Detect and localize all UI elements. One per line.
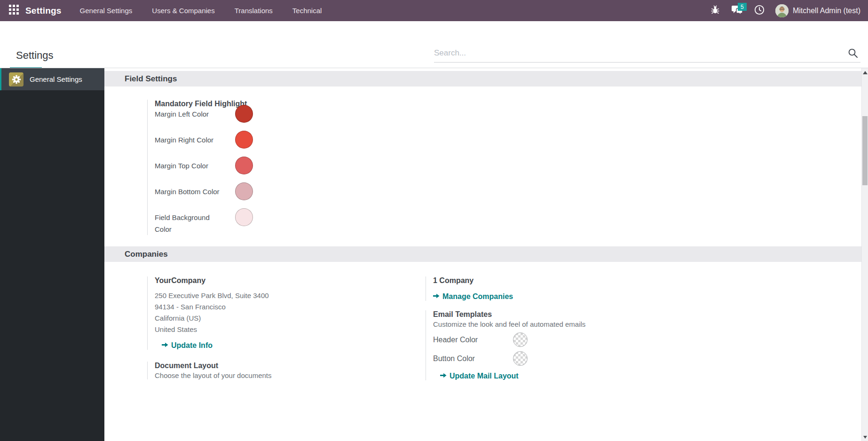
color-field-row: Margin Left Color [155, 108, 861, 123]
nav-item-translations[interactable]: Translations [225, 0, 283, 21]
header-color-label: Header Color [433, 336, 513, 344]
address-line: United States [155, 324, 426, 335]
address-line: California (US) [155, 313, 426, 324]
gear-icon [9, 72, 24, 87]
vertical-scrollbar[interactable] [861, 68, 868, 441]
color-field-row: Margin Right Color [155, 134, 861, 149]
apps-grid-icon [9, 5, 19, 16]
companies-container: YourCompany 250 Executive Park Blvd, Sui… [147, 276, 861, 380]
color-picker-swatch[interactable] [235, 131, 253, 149]
messages-button[interactable]: 5 [728, 0, 746, 21]
settings-sidebar: General Settings [0, 68, 104, 441]
scrollbar-thumb[interactable] [862, 116, 868, 185]
email-templates-heading: Email Templates [433, 310, 704, 319]
section-header-companies: Companies [104, 246, 861, 262]
color-picker-swatch[interactable] [235, 105, 253, 123]
color-field-label: Field Background Color [155, 212, 228, 235]
document-layout-block: Document Layout Choose the layout of you… [147, 362, 426, 379]
search-input[interactable] [434, 44, 844, 62]
mandatory-field-highlight-block: Mandatory Field Highlight Margin Left Co… [147, 100, 861, 235]
color-picker-swatch[interactable] [235, 157, 253, 174]
section-header-field-settings: Field Settings [104, 71, 861, 87]
field-settings-container: Mandatory Field Highlight Margin Left Co… [147, 100, 861, 235]
nav-item-technical[interactable]: Technical [283, 0, 332, 21]
block-heading: Mandatory Field Highlight [155, 100, 861, 108]
navbar-systray: 5 [706, 0, 862, 21]
arrow-right-icon [433, 292, 440, 301]
search-icon[interactable] [847, 47, 860, 60]
messages-count-badge: 5 [738, 3, 747, 11]
company-name: YourCompany [155, 276, 426, 285]
top-navbar: Settings General Settings Users & Compan… [0, 0, 868, 21]
companies-left-column: YourCompany 250 Executive Park Blvd, Sui… [147, 276, 426, 379]
company-count: 1 Company [433, 276, 704, 285]
sidebar-item-general-settings[interactable]: General Settings [0, 68, 104, 90]
scroll-up-arrow-icon[interactable] [863, 71, 868, 74]
breadcrumb-page-title: Settings [16, 49, 54, 62]
button-color-label: Button Color [433, 354, 513, 363]
section-title: Companies [125, 250, 168, 259]
debug-button[interactable] [706, 0, 724, 21]
color-field-row: Margin Bottom Color [155, 186, 861, 200]
nav-item-general-settings[interactable]: General Settings [70, 0, 142, 21]
sidebar-item-label: General Settings [30, 75, 82, 83]
color-field-label: Margin Bottom Color [155, 186, 228, 197]
color-field-label: Margin Right Color [155, 134, 228, 146]
header-color-picker-swatch[interactable] [513, 332, 528, 347]
button-color-row: Button Color [433, 351, 704, 366]
address-line: 250 Executive Park Blvd, Suite 3400 [155, 290, 426, 301]
address-line: 94134 - San Francisco [155, 301, 426, 313]
activities-button[interactable] [750, 0, 768, 21]
section-title: Field Settings [125, 74, 177, 84]
user-menu[interactable]: Mitchell Admin (test) [773, 0, 862, 21]
bug-icon [710, 5, 720, 16]
apps-menu-button[interactable] [6, 3, 22, 19]
company-address: 250 Executive Park Blvd, Suite 3400 9413… [155, 290, 426, 335]
company-count-block: 1 Company Manage Companies [426, 276, 704, 301]
companies-right-column: 1 Company Manage Companies [426, 276, 704, 380]
update-mail-layout-link[interactable]: Update Mail Layout [440, 372, 519, 380]
nav-menu: General Settings Users & Companies Trans… [70, 0, 332, 21]
screen: Settings General Settings Users & Compan… [0, 0, 868, 441]
update-info-link[interactable]: Update Info [162, 341, 213, 350]
header-color-row: Header Color [433, 332, 704, 347]
user-avatar [775, 4, 789, 17]
button-color-picker-swatch[interactable] [513, 351, 528, 366]
user-name: Mitchell Admin (test) [793, 7, 860, 15]
color-field-label: Margin Left Color [155, 108, 228, 120]
active-accent-bar [0, 68, 1, 90]
nav-item-users-companies[interactable]: Users & Companies [142, 0, 224, 21]
color-field-row: Field Background Color [155, 212, 861, 235]
scroll-down-arrow-icon[interactable] [863, 436, 867, 439]
email-templates-block: Email Templates Customize the look and f… [426, 310, 704, 380]
control-panel: Settings SAVE DISCARD Unsaved changes [0, 21, 868, 68]
search-box [434, 44, 860, 63]
arrow-right-icon [440, 372, 447, 380]
document-layout-description: Choose the layout of your documents [155, 371, 426, 379]
manage-companies-link[interactable]: Manage Companies [433, 292, 513, 301]
settings-main-panel: Field Settings Mandatory Field Highlight… [104, 68, 868, 441]
workspace: General Settings Field Settings Mandator… [0, 68, 868, 441]
email-templates-description: Customize the look and feel of automated… [433, 320, 704, 328]
app-title[interactable]: Settings [25, 6, 62, 16]
color-picker-swatch[interactable] [235, 182, 253, 200]
arrow-right-icon [162, 341, 168, 350]
document-layout-heading: Document Layout [155, 362, 426, 370]
color-field-label: Margin Top Color [155, 160, 228, 172]
color-field-row: Margin Top Color [155, 160, 861, 174]
color-picker-swatch[interactable] [235, 208, 253, 226]
clock-icon [754, 4, 765, 17]
company-info-block: YourCompany 250 Executive Park Blvd, Sui… [147, 276, 426, 350]
